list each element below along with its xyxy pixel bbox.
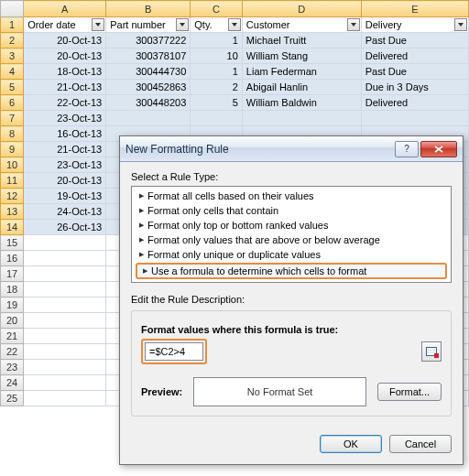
cell[interactable]: 300444730 [106, 64, 191, 80]
cell[interactable]: 1 [191, 33, 243, 49]
row-header[interactable]: 4 [1, 64, 24, 80]
cell[interactable]: 20-Oct-13 [24, 33, 106, 49]
rule-type-item[interactable]: Format all cells based on their values [132, 189, 451, 203]
row-header[interactable]: 6 [1, 95, 24, 111]
row-header[interactable]: 5 [1, 80, 24, 95]
rule-type-item[interactable]: Format only cells that contain [132, 203, 451, 218]
column-header-cell[interactable]: Order date [24, 17, 106, 33]
filter-dropdown-icon[interactable] [454, 18, 467, 31]
row-header[interactable]: 10 [1, 157, 24, 173]
dialog-titlebar[interactable]: New Formatting Rule ? [120, 136, 463, 162]
col-header-E[interactable]: E [361, 1, 468, 17]
cell[interactable]: 21-Oct-13 [24, 80, 106, 95]
cell[interactable] [24, 344, 106, 360]
cell[interactable] [24, 266, 106, 282]
cancel-button[interactable]: Cancel [389, 435, 452, 453]
cell[interactable] [242, 111, 361, 126]
cell[interactable]: 22-Oct-13 [24, 95, 106, 111]
cell[interactable]: Delivered [361, 49, 468, 64]
row-header[interactable]: 19 [1, 298, 24, 313]
cell[interactable] [24, 313, 106, 329]
cell[interactable]: Michael Truitt [242, 33, 361, 49]
cell[interactable]: Liam Federman [242, 64, 361, 80]
cell[interactable]: William Stang [242, 49, 361, 64]
cell[interactable] [361, 111, 468, 126]
column-header-cell[interactable]: Qty. [191, 17, 243, 33]
rule-type-list[interactable]: Format all cells based on their values F… [131, 186, 452, 283]
cell[interactable]: 300378107 [106, 49, 191, 64]
cell[interactable] [24, 251, 106, 266]
filter-dropdown-icon[interactable] [92, 18, 104, 31]
cell[interactable] [24, 298, 106, 313]
filter-dropdown-icon[interactable] [347, 18, 360, 31]
cell[interactable] [24, 391, 106, 406]
col-header-B[interactable]: B [106, 1, 191, 17]
cell[interactable] [191, 111, 243, 126]
filter-dropdown-icon[interactable] [176, 18, 189, 31]
cell[interactable]: 16-Oct-13 [24, 126, 106, 142]
cell[interactable]: 300377222 [106, 33, 191, 49]
rule-type-item-selected[interactable]: Use a formula to determine which cells t… [136, 263, 447, 279]
row-header[interactable]: 3 [1, 49, 24, 64]
cell[interactable]: Past Due [361, 33, 468, 49]
cell[interactable]: 20-Oct-13 [24, 49, 106, 64]
cell[interactable] [24, 360, 106, 375]
cell[interactable]: 300452863 [106, 80, 191, 95]
ok-button[interactable]: OK [320, 435, 382, 453]
cell[interactable]: 18-Oct-13 [24, 64, 106, 80]
col-header-A[interactable]: A [24, 1, 106, 17]
row-header[interactable]: 8 [1, 126, 24, 142]
rule-type-item[interactable]: Format only values that are above or bel… [132, 233, 451, 247]
row-header[interactable]: 21 [1, 329, 24, 344]
cell[interactable] [24, 329, 106, 344]
cell[interactable]: 2 [191, 80, 243, 95]
column-header-cell[interactable]: Delivery [361, 17, 468, 33]
cell[interactable]: 20-Oct-13 [24, 173, 106, 189]
row-header[interactable]: 25 [1, 391, 24, 406]
cell[interactable]: 26-Oct-13 [24, 220, 106, 235]
close-button[interactable] [420, 141, 457, 157]
cell[interactable] [24, 282, 106, 298]
row-header[interactable]: 24 [1, 375, 24, 391]
row-header[interactable]: 11 [1, 173, 24, 189]
rule-type-item[interactable]: Format only unique or duplicate values [132, 247, 451, 262]
cell[interactable] [106, 111, 191, 126]
row-header[interactable]: 9 [1, 142, 24, 157]
rule-type-item[interactable]: Format only top or bottom ranked values [132, 218, 451, 233]
row-header[interactable]: 1 [1, 17, 24, 33]
cell[interactable] [24, 375, 106, 391]
row-header[interactable]: 15 [1, 235, 24, 251]
column-header-cell[interactable]: Customer [242, 17, 361, 33]
row-header[interactable]: 17 [1, 266, 24, 282]
row-header[interactable]: 2 [1, 33, 24, 49]
col-header-C[interactable]: C [191, 1, 243, 17]
row-header[interactable]: 14 [1, 220, 24, 235]
cell[interactable]: 300448203 [106, 95, 191, 111]
filter-dropdown-icon[interactable] [228, 18, 241, 31]
row-header[interactable]: 18 [1, 282, 24, 298]
cell[interactable]: 10 [191, 49, 243, 64]
column-header-cell[interactable]: Part number [106, 17, 191, 33]
range-selector-button[interactable] [421, 341, 442, 362]
cell[interactable]: William Baldwin [242, 95, 361, 111]
row-header[interactable]: 13 [1, 204, 24, 220]
cell[interactable]: 23-Oct-13 [24, 111, 106, 126]
row-header[interactable]: 7 [1, 111, 24, 126]
row-header[interactable]: 12 [1, 189, 24, 204]
cell[interactable]: 5 [191, 95, 243, 111]
row-header[interactable]: 22 [1, 344, 24, 360]
row-header[interactable]: 20 [1, 313, 24, 329]
row-header[interactable]: 16 [1, 251, 24, 266]
help-button[interactable]: ? [395, 141, 419, 157]
row-header[interactable]: 23 [1, 360, 24, 375]
cell[interactable]: Abigail Hanlin [242, 80, 361, 95]
cell[interactable]: 21-Oct-13 [24, 142, 106, 157]
cell[interactable]: 24-Oct-13 [24, 204, 106, 220]
cell[interactable]: 1 [191, 64, 243, 80]
cell[interactable]: 23-Oct-13 [24, 157, 106, 173]
select-all-corner[interactable] [1, 1, 24, 17]
col-header-D[interactable]: D [242, 1, 361, 17]
formula-input[interactable] [145, 342, 203, 361]
cell[interactable]: Delivered [361, 95, 468, 111]
cell[interactable]: 19-Oct-13 [24, 189, 106, 204]
